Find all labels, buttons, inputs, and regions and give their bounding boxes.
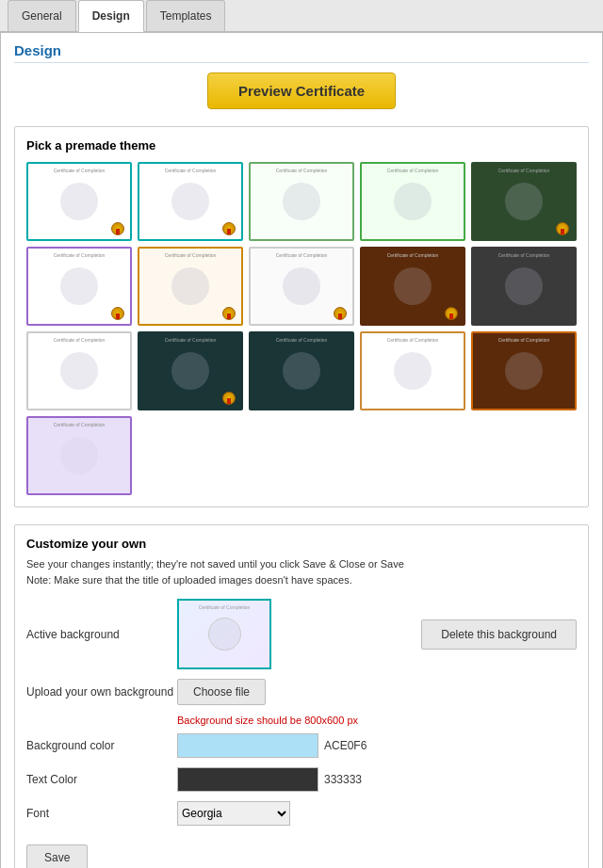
preview-certificate-button[interactable]: Preview Certificate: [207, 72, 396, 109]
theme-grid: Certificate of CompletionCertificate of …: [26, 162, 577, 495]
theme-thumb-15[interactable]: Certificate of Completion: [471, 331, 577, 410]
tab-design[interactable]: Design: [78, 0, 144, 32]
background-color-label: Background color: [26, 739, 177, 752]
theme-thumb-2[interactable]: Certificate of Completion: [138, 162, 243, 241]
theme-thumb-13[interactable]: Certificate of Completion: [249, 331, 354, 410]
background-color-value: ACE0F6: [324, 739, 367, 752]
theme-thumb-16[interactable]: Certificate of Completion: [26, 416, 132, 495]
theme-section-label: Pick a premade theme: [26, 138, 577, 153]
tab-templates[interactable]: Templates: [146, 0, 226, 31]
theme-thumb-9[interactable]: Certificate of Completion: [360, 247, 465, 326]
seal-icon: [222, 222, 236, 235]
seal-icon: [222, 392, 236, 405]
theme-section: Pick a premade theme Certificate of Comp…: [14, 126, 589, 507]
design-section-title: Design: [14, 42, 589, 63]
seal-icon: [334, 307, 347, 320]
upload-background-row: Upload your own background Choose file: [26, 679, 577, 705]
font-label: Font: [26, 807, 177, 820]
text-color-row: Text Color 333333: [26, 767, 577, 792]
active-background-label: Active background: [26, 628, 177, 641]
seal-icon: [222, 307, 236, 320]
text-color-value: 333333: [324, 773, 362, 786]
theme-thumb-8[interactable]: Certificate of Completion: [249, 247, 354, 326]
save-button[interactable]: Save: [26, 844, 88, 868]
theme-thumb-6[interactable]: Certificate of Completion: [26, 247, 132, 326]
theme-thumb-14[interactable]: Certificate of Completion: [360, 331, 465, 410]
customize-section: Customize your own See your changes inst…: [14, 524, 589, 868]
theme-thumb-7[interactable]: Certificate of Completion: [138, 247, 243, 326]
text-color-label: Text Color: [26, 773, 177, 786]
seal-icon: [111, 307, 124, 320]
bg-size-warning: Background size should be 800x600 px: [177, 715, 577, 726]
theme-thumb-12[interactable]: Certificate of Completion: [138, 331, 243, 410]
theme-thumb-3[interactable]: Certificate of Completion: [249, 162, 354, 241]
customize-note: See your changes instantly; they're not …: [26, 556, 577, 587]
theme-thumb-10[interactable]: Certificate of Completion: [471, 247, 577, 326]
main-content: Design Preview Certificate Pick a premad…: [0, 32, 603, 868]
theme-thumb-5[interactable]: Certificate of Completion: [471, 162, 577, 241]
customize-title: Customize your own: [26, 537, 577, 551]
theme-thumb-11[interactable]: Certificate of Completion: [26, 331, 132, 410]
font-row: Font Georgia Arial Times New Roman Verda…: [26, 801, 577, 826]
active-background-inner: Certificate of Completion: [179, 601, 269, 667]
tabs-bar: General Design Templates: [0, 0, 603, 32]
choose-file-button[interactable]: Choose file: [177, 679, 266, 705]
active-background-row: Active background Certificate of Complet…: [26, 599, 577, 669]
seal-icon: [111, 222, 124, 235]
seal-icon: [556, 222, 569, 235]
background-color-swatch[interactable]: [177, 733, 318, 758]
theme-thumb-1[interactable]: Certificate of Completion: [26, 162, 132, 241]
theme-thumb-4[interactable]: Certificate of Completion: [360, 162, 465, 241]
background-color-row: Background color ACE0F6: [26, 733, 577, 758]
active-background-thumbnail: Certificate of Completion: [177, 599, 271, 669]
seal-icon: [445, 307, 458, 320]
tab-general[interactable]: General: [8, 0, 76, 31]
font-select[interactable]: Georgia Arial Times New Roman Verdana Co…: [177, 801, 290, 826]
upload-background-label: Upload your own background: [26, 685, 177, 699]
delete-background-button[interactable]: Delete this background: [421, 619, 577, 650]
text-color-swatch[interactable]: [177, 767, 318, 792]
